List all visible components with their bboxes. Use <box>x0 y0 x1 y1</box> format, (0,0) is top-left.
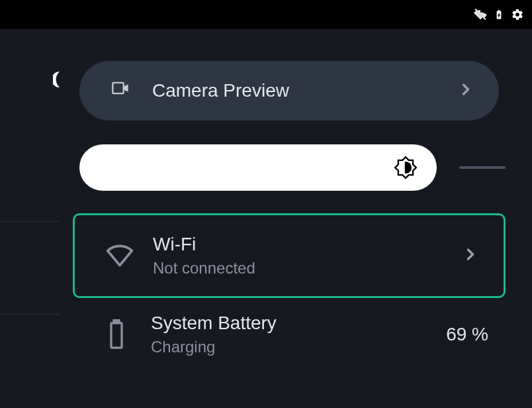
brightness-pill[interactable] <box>79 144 437 191</box>
battery-row[interactable]: System Battery Charging 69 % <box>79 313 499 356</box>
chevron-right-icon <box>457 80 475 101</box>
chevron-right-icon <box>461 245 480 266</box>
crescent-decoration <box>53 72 60 87</box>
battery-text-group: System Battery Charging <box>151 313 446 356</box>
camera-label: Camera Preview <box>152 80 457 101</box>
wifi-icon <box>105 241 134 270</box>
battery-charging-icon <box>492 8 506 21</box>
wifi-text-group: Wi-Fi Not connected <box>153 234 461 278</box>
brightness-track[interactable] <box>459 166 506 169</box>
brightness-icon <box>393 155 418 180</box>
status-bar <box>0 0 532 29</box>
camera-icon <box>109 79 132 103</box>
svg-rect-0 <box>112 83 123 93</box>
settings-gear-icon[interactable] <box>511 8 524 21</box>
battery-subtitle: Charging <box>151 338 446 356</box>
wifi-title: Wi-Fi <box>153 234 461 255</box>
battery-title: System Battery <box>151 313 446 334</box>
camera-preview-row[interactable]: Camera Preview <box>79 61 499 121</box>
wifi-disabled-icon <box>474 8 487 21</box>
wifi-row[interactable]: Wi-Fi Not connected <box>73 213 506 298</box>
battery-percent: 69 % <box>446 324 488 345</box>
svg-rect-2 <box>114 321 119 323</box>
battery-icon <box>106 319 132 350</box>
brightness-slider-row[interactable] <box>79 144 499 191</box>
svg-rect-1 <box>111 323 122 348</box>
wifi-subtitle: Not connected <box>153 259 461 278</box>
